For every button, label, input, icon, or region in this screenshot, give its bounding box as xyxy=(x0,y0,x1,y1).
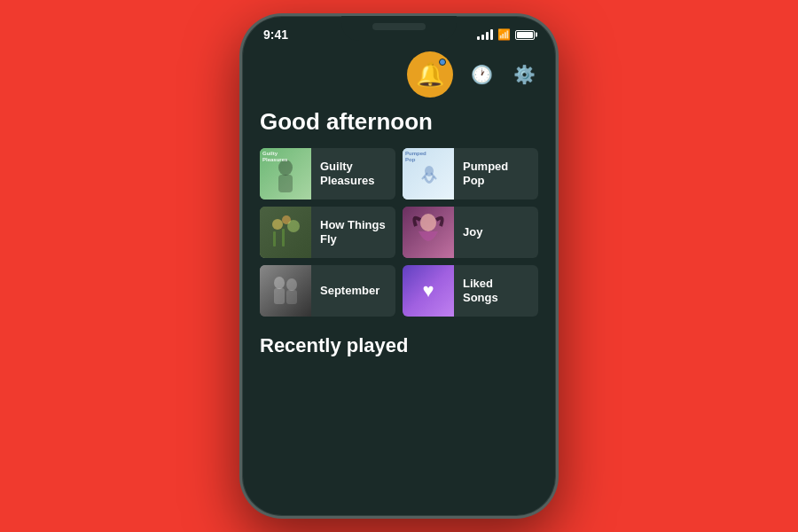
svg-rect-19 xyxy=(286,290,297,304)
svg-point-14 xyxy=(420,214,436,231)
status-time: 9:41 xyxy=(263,27,288,42)
playlist-item-september[interactable]: September xyxy=(260,265,395,317)
playlist-item-pumped-pop[interactable]: PumpedPop Pumped Pop xyxy=(403,148,538,200)
playlist-thumb-joy xyxy=(403,207,454,258)
settings-icon: ⚙️ xyxy=(513,64,536,85)
recently-played-heading: Recently played xyxy=(260,334,538,357)
phone-frame: 9:41 📶 🔔 xyxy=(239,13,559,519)
notification-button[interactable]: 🔔 xyxy=(407,51,453,98)
top-icons-row: 🔔 🕐 ⚙️ xyxy=(260,48,538,105)
playlist-label-joy: Joy xyxy=(454,225,491,239)
playlist-thumb-how-things-fly xyxy=(260,207,311,258)
thumb-text-guilty: GuiltyPleasures xyxy=(262,151,287,162)
playlist-item-liked-songs[interactable]: ♥ Liked Songs xyxy=(403,265,538,317)
svg-rect-15 xyxy=(260,265,311,317)
greeting-text: Good afternoon xyxy=(260,108,538,136)
bell-icon: 🔔 xyxy=(416,63,444,86)
notification-dot xyxy=(439,59,446,66)
phone-content: 🔔 🕐 ⚙️ Good afternoon GuiltyPleasures xyxy=(242,48,556,357)
playlist-label-liked-songs: Liked Songs xyxy=(454,277,538,304)
playlist-item-guilty-pleasures[interactable]: GuiltyPleasures Guilty Pleasures xyxy=(260,148,395,200)
svg-point-8 xyxy=(272,219,283,230)
playlist-thumb-guilty-pleasures: GuiltyPleasures xyxy=(260,148,311,200)
thumb-art-howfly xyxy=(260,207,311,258)
page-background: 9:41 📶 🔔 xyxy=(0,0,798,532)
history-icon: 🕐 xyxy=(471,64,493,85)
wifi-icon: 📶 xyxy=(497,28,511,41)
playlist-label-guilty-pleasures: Guilty Pleasures xyxy=(311,160,395,187)
playlist-thumb-pumped-pop: PumpedPop xyxy=(403,148,454,200)
thumb-art-joy xyxy=(403,207,454,258)
playlist-thumb-september xyxy=(260,265,311,317)
svg-rect-2 xyxy=(278,175,293,192)
phone-notch xyxy=(341,16,457,41)
playlist-label-pumped-pop: Pumped Pop xyxy=(454,160,538,187)
thumb-text-pumped: PumpedPop xyxy=(405,151,426,162)
playlist-thumb-liked-songs: ♥ xyxy=(403,265,454,317)
playlist-label-september: September xyxy=(311,284,388,298)
svg-rect-12 xyxy=(273,231,276,246)
playlist-grid: GuiltyPleasures Guilty Pleasures xyxy=(260,148,538,317)
signal-icon xyxy=(477,29,493,40)
svg-point-18 xyxy=(286,278,297,291)
heart-icon: ♥ xyxy=(422,279,434,302)
svg-point-16 xyxy=(274,277,285,289)
history-button[interactable]: 🕐 xyxy=(467,60,496,89)
settings-button[interactable]: ⚙️ xyxy=(510,60,538,89)
battery-icon xyxy=(515,30,535,40)
thumb-art-september xyxy=(260,265,311,317)
svg-rect-17 xyxy=(274,288,285,304)
playlist-item-joy[interactable]: Joy xyxy=(403,207,538,258)
notch-pill xyxy=(372,23,426,30)
playlist-item-how-things-fly[interactable]: How Things Fly xyxy=(260,207,395,258)
svg-rect-11 xyxy=(282,229,285,246)
svg-rect-7 xyxy=(260,207,311,258)
status-icons: 📶 xyxy=(477,28,535,41)
svg-point-10 xyxy=(287,220,300,232)
playlist-label-how-things-fly: How Things Fly xyxy=(311,218,395,246)
